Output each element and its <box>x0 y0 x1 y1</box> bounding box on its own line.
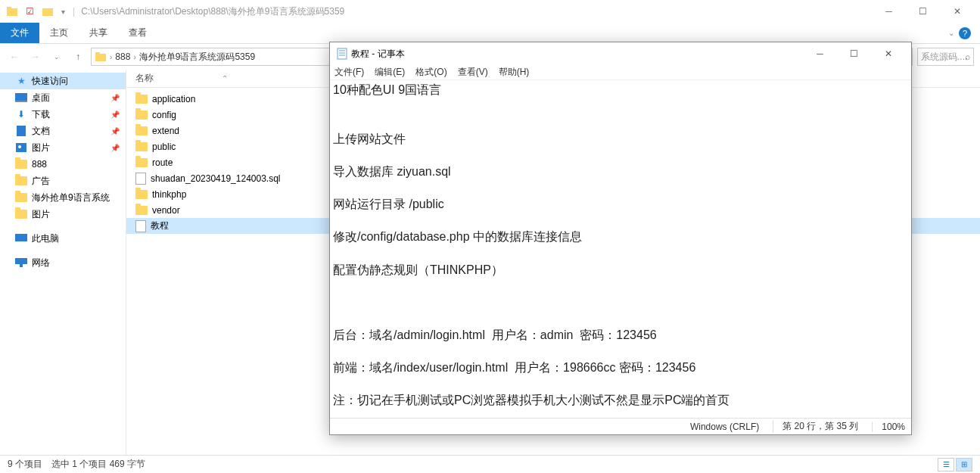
forward-button[interactable]: → <box>27 48 44 65</box>
sort-icon: ⌃ <box>222 74 228 82</box>
svg-rect-3 <box>95 54 106 61</box>
minimize-button[interactable]: ─ <box>872 0 906 23</box>
svg-rect-0 <box>7 8 17 16</box>
file-name: route <box>152 157 173 168</box>
pc-icon <box>15 232 27 244</box>
chevron-down-icon[interactable]: ⌄ <box>948 29 954 37</box>
download-icon: ⬇ <box>15 108 27 120</box>
sidebar-item-pictures[interactable]: 图片📌 <box>0 139 126 156</box>
ribbon: 文件 主页 共享 查看 ⌄ ? <box>0 23 980 44</box>
close-button[interactable]: ✕ <box>940 0 974 23</box>
np-position: 第 20 行，第 35 列 <box>773 420 858 433</box>
folder-icon <box>15 208 27 220</box>
view-icons-button[interactable]: ⊞ <box>956 458 972 471</box>
notepad-icon <box>336 48 348 60</box>
svg-rect-5 <box>15 93 27 101</box>
notepad-title: 教程 - 记事本 <box>351 48 405 61</box>
svg-rect-12 <box>20 264 23 267</box>
breadcrumb-item[interactable]: 海外抢单9语言系统源码5359 <box>139 51 255 64</box>
pin-icon: 📌 <box>110 110 120 119</box>
folder-icon <box>15 158 27 170</box>
sidebar-item-ads[interactable]: 广告 <box>0 173 126 189</box>
sidebar-item-documents[interactable]: 文档📌 <box>0 123 126 139</box>
notepad-window: 教程 - 记事本 ─ ☐ ✕ 文件(F) 编辑(E) 格式(O) 查看(V) 帮… <box>329 42 912 435</box>
folder-icon <box>135 95 148 104</box>
file-name: vendor <box>152 205 180 216</box>
svg-point-9 <box>18 145 21 148</box>
notepad-titlebar: 教程 - 记事本 ─ ☐ ✕ <box>330 42 911 65</box>
menu-format[interactable]: 格式(O) <box>415 66 446 79</box>
sidebar-item-quickaccess[interactable]: ★快速访问 <box>0 73 126 89</box>
sidebar: ★快速访问 桌面📌 ⬇下载📌 文档📌 图片📌 888 广告 海外抢单9语言系统 … <box>0 70 126 455</box>
menu-file[interactable]: 文件(F) <box>334 66 364 79</box>
sidebar-item-overseas[interactable]: 海外抢单9语言系统 <box>0 189 126 206</box>
svg-rect-4 <box>95 52 100 54</box>
item-count: 9 个项目 <box>8 458 42 471</box>
file-name: config <box>152 110 176 120</box>
menu-edit[interactable]: 编辑(E) <box>375 66 405 79</box>
document-icon <box>15 125 27 137</box>
notepad-statusbar: Windows (CRLF) 第 20 行，第 35 列 100% <box>330 418 911 434</box>
up-button[interactable]: ↑ <box>70 48 86 65</box>
view-details-button[interactable]: ☰ <box>938 458 954 471</box>
ribbon-tab-share[interactable]: 共享 <box>79 23 118 43</box>
file-name: 教程 <box>151 219 169 232</box>
checkbox-icon[interactable]: ☑ <box>26 6 34 17</box>
maximize-button[interactable]: ☐ <box>906 0 940 23</box>
sidebar-item-888[interactable]: 888 <box>0 156 126 173</box>
history-dropdown[interactable]: ⌄ <box>48 48 65 65</box>
folder-icon <box>15 175 27 187</box>
pin-icon: 📌 <box>110 127 120 135</box>
search-input[interactable]: 系统源码... ⌕ <box>917 48 974 66</box>
search-icon[interactable]: ⌕ <box>965 51 970 62</box>
svg-rect-13 <box>338 48 347 59</box>
folder-icon <box>135 206 148 215</box>
svg-rect-10 <box>15 234 27 241</box>
sidebar-item-network[interactable]: 网络 <box>0 254 126 271</box>
svg-rect-7 <box>17 126 26 136</box>
np-maximize-button[interactable]: ☐ <box>837 43 871 64</box>
menu-help[interactable]: 帮助(H) <box>499 66 530 79</box>
pin-icon: 📌 <box>110 144 120 152</box>
folder-icon <box>15 191 27 204</box>
sidebar-item-desktop[interactable]: 桌面📌 <box>0 89 126 106</box>
pictures-icon <box>15 142 27 154</box>
svg-rect-6 <box>15 101 27 102</box>
file-icon <box>135 173 146 185</box>
back-button[interactable]: ← <box>6 48 23 65</box>
selection-info: 选中 1 个项目 469 字节 <box>51 458 145 471</box>
dropdown-icon[interactable]: ▾ <box>61 8 65 16</box>
np-minimize-button[interactable]: ─ <box>803 43 837 64</box>
network-icon <box>15 257 27 269</box>
menu-view[interactable]: 查看(V) <box>458 66 488 79</box>
svg-rect-11 <box>15 258 27 264</box>
folder-icon <box>95 51 107 63</box>
sidebar-item-thispc[interactable]: 此电脑 <box>0 230 126 247</box>
folder-small-icon[interactable] <box>42 5 54 17</box>
folder-icon <box>135 110 148 120</box>
notepad-textarea[interactable]: 10种配色UI 9国语言 上传网站文件 导入数据库 ziyuan.sql 网站运… <box>330 80 911 418</box>
pin-icon: 📌 <box>110 94 120 102</box>
sidebar-item-downloads[interactable]: ⬇下载📌 <box>0 106 126 123</box>
chevron-right-icon[interactable]: › <box>133 53 135 61</box>
svg-rect-1 <box>7 7 11 9</box>
breadcrumb-item[interactable]: 888 <box>115 51 130 62</box>
np-close-button[interactable]: ✕ <box>871 43 905 64</box>
help-icon[interactable]: ? <box>959 27 971 39</box>
np-zoom: 100% <box>872 422 905 432</box>
ribbon-tab-view[interactable]: 查看 <box>118 23 157 43</box>
folder-icon <box>6 5 18 17</box>
chevron-right-icon[interactable]: › <box>110 53 112 61</box>
explorer-titlebar: ☑ ▾ | C:\Users\Administrator\Desktop\888… <box>0 0 980 23</box>
ribbon-tab-file[interactable]: 文件 <box>0 23 39 43</box>
file-name: public <box>152 142 176 152</box>
quick-access-toolbar: ☑ ▾ | <box>6 5 75 17</box>
file-name: extend <box>152 126 179 136</box>
star-icon: ★ <box>15 75 27 87</box>
np-encoding: Windows (CRLF) <box>681 422 759 432</box>
ribbon-tab-home[interactable]: 主页 <box>39 23 79 43</box>
svg-rect-8 <box>16 143 26 152</box>
notepad-menu: 文件(F) 编辑(E) 格式(O) 查看(V) 帮助(H) <box>330 65 911 80</box>
sidebar-item-pictures2[interactable]: 图片 <box>0 206 126 222</box>
file-name: shuadan_20230419_124003.sql <box>151 173 281 184</box>
